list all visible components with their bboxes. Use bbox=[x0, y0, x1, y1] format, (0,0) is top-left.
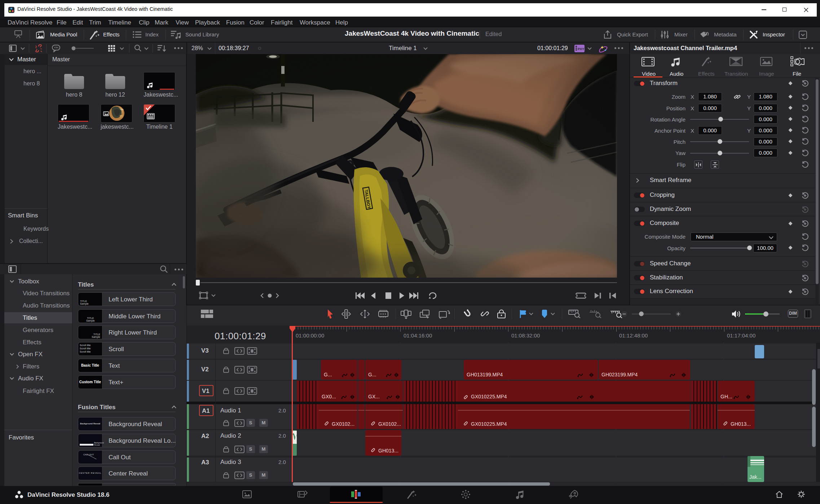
svg-text:PXY: PXY bbox=[578, 47, 584, 51]
